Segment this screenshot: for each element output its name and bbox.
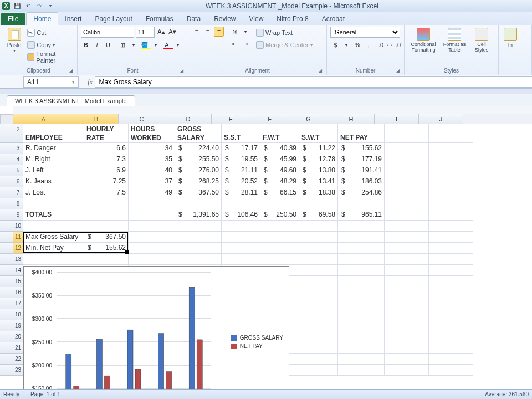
embedded-chart[interactable]: $100.00$150.00$200.00$250.00$300.00$350.… — [23, 266, 289, 399]
border-button[interactable]: ⊞ — [117, 40, 127, 50]
insert-button[interactable]: In — [502, 27, 519, 48]
tab-nitro[interactable]: Nitro Pro 8 — [270, 13, 315, 25]
tab-file[interactable]: File — [1, 13, 25, 25]
col-header-C[interactable]: C — [119, 114, 165, 124]
header-employee[interactable]: EMPLOYEE — [23, 124, 84, 143]
merge-center-button[interactable]: Merge & Center▾ — [256, 39, 313, 51]
row-header-15[interactable]: 15 — [13, 276, 23, 287]
cell-max_val[interactable]: $367.50 — [84, 232, 129, 243]
align-left-icon[interactable]: ≡ — [192, 39, 202, 49]
col-header-A[interactable]: A — [13, 114, 74, 124]
orientation-icon[interactable]: ⤮ — [229, 27, 239, 37]
format-painter-button[interactable]: Format Painter — [27, 51, 74, 63]
spreadsheet-grid[interactable]: ABCDEFGHIJ 23456789101112131415161718192… — [0, 106, 532, 399]
cell-min_label[interactable]: Min. Net Pay — [23, 243, 84, 254]
cut-button[interactable]: ✂Cut — [27, 27, 74, 39]
header-f-w-t[interactable]: F.W.T — [260, 124, 299, 143]
fill-dropdown-icon[interactable]: ▾ — [151, 40, 161, 50]
header-hours-worked[interactable]: HOURSWORKED — [129, 124, 175, 143]
row-header-7[interactable]: 7 — [13, 187, 23, 198]
row-header-3[interactable]: 3 — [13, 143, 23, 154]
row-header-19[interactable]: 19 — [13, 320, 23, 331]
row-header-16[interactable]: 16 — [13, 287, 23, 298]
name-box[interactable]: A11▾ — [23, 76, 79, 88]
cell-min_val[interactable]: $155.62 — [84, 243, 129, 254]
tab-view[interactable]: View — [243, 13, 270, 25]
decrease-decimal-icon[interactable]: ←.0 — [390, 40, 400, 50]
align-right-icon[interactable]: ≡ — [214, 39, 224, 49]
number-format-select[interactable]: General — [330, 27, 400, 38]
font-color-button[interactable]: A — [162, 40, 172, 50]
row-headers[interactable]: 234567891011121314151617181920212223 — [13, 124, 23, 376]
font-name-select[interactable] — [81, 27, 134, 38]
tab-review[interactable]: Review — [207, 13, 242, 25]
percent-format-icon[interactable]: % — [352, 40, 362, 50]
row-header-8[interactable]: 8 — [13, 198, 23, 209]
accounting-format-icon[interactable]: $ — [330, 40, 340, 50]
tab-data[interactable]: Data — [180, 13, 207, 25]
conditional-formatting-button[interactable]: Conditional Formatting — [408, 27, 439, 53]
font-size-select[interactable] — [136, 27, 155, 38]
row-header-20[interactable]: 20 — [13, 331, 23, 342]
row-header-18[interactable]: 18 — [13, 309, 23, 320]
tab-insert[interactable]: Insert — [58, 13, 88, 25]
align-bottom-icon[interactable]: ≡ — [214, 27, 224, 37]
increase-font-icon[interactable]: A▴ — [156, 27, 166, 37]
comma-format-icon[interactable]: , — [364, 40, 374, 50]
row-header-9[interactable]: 9 — [13, 209, 23, 221]
row-header-21[interactable]: 21 — [13, 342, 23, 354]
decrease-font-icon[interactable]: A▾ — [167, 27, 177, 37]
legend-item[interactable]: GROSS SALARY — [231, 335, 283, 341]
row-header-5[interactable]: 5 — [13, 165, 23, 176]
redo-icon[interactable]: ↷ — [35, 2, 43, 10]
col-header-H[interactable]: H — [328, 114, 375, 124]
clipboard-launcher-icon[interactable]: ◢ — [68, 68, 74, 74]
select-all-corner[interactable] — [0, 114, 13, 124]
number-launcher-icon[interactable]: ◢ — [395, 68, 401, 74]
row-header-14[interactable]: 14 — [13, 265, 23, 276]
tab-acrobat[interactable]: Acrobat — [315, 13, 351, 25]
save-icon[interactable]: 💾 — [13, 2, 21, 10]
align-center-icon[interactable]: ≡ — [203, 39, 213, 49]
bold-button[interactable]: B — [81, 40, 91, 50]
font-launcher-icon[interactable]: ◢ — [179, 68, 185, 74]
row-header-6[interactable]: 6 — [13, 176, 23, 187]
row-header-10[interactable]: 10 — [13, 221, 23, 232]
col-header-B[interactable]: B — [74, 114, 119, 124]
cell-max_label[interactable]: Max Gross Salary — [23, 232, 84, 243]
tab-home[interactable]: Home — [26, 12, 58, 25]
col-header-I[interactable]: I — [375, 114, 419, 124]
fontcolor-dropdown-icon[interactable]: ▾ — [173, 40, 183, 50]
column-headers[interactable]: ABCDEFGHIJ — [13, 114, 532, 124]
undo-icon[interactable]: ↶ — [24, 2, 32, 10]
row-header-13[interactable]: 13 — [13, 254, 23, 265]
increase-decimal-icon[interactable]: .0→ — [379, 40, 389, 50]
col-header-E[interactable]: E — [212, 114, 250, 124]
row-header-23[interactable]: 23 — [13, 365, 23, 376]
orientation-dropdown-icon[interactable]: ▾ — [241, 27, 250, 37]
qat-dropdown-icon[interactable]: ▾ — [47, 2, 54, 10]
format-as-table-button[interactable]: Format as Table — [441, 27, 468, 53]
tab-formulas[interactable]: Formulas — [139, 13, 180, 25]
header-s-s-t[interactable]: S.S.T — [222, 124, 260, 143]
formula-input[interactable] — [95, 76, 532, 88]
namebox-dropdown-icon[interactable]: ▾ — [72, 79, 75, 85]
row-header-4[interactable]: 4 — [13, 154, 23, 165]
row-header-12[interactable]: 12 — [13, 243, 23, 254]
align-middle-icon[interactable]: ≡ — [203, 27, 213, 37]
copy-button[interactable]: Copy▾ — [27, 39, 74, 51]
tab-page-layout[interactable]: Page Layout — [88, 13, 139, 25]
col-header-D[interactable]: D — [165, 114, 212, 124]
border-dropdown-icon[interactable]: ▾ — [129, 40, 139, 50]
italic-button[interactable]: I — [92, 40, 102, 50]
decrease-indent-icon[interactable]: ⇤ — [229, 39, 239, 49]
col-header-J[interactable]: J — [419, 114, 463, 124]
legend-item[interactable]: NET PAY — [231, 343, 283, 349]
fill-color-button[interactable]: 🪣 — [140, 40, 150, 50]
header-s-w-t[interactable]: S.W.T — [299, 124, 338, 143]
fx-icon[interactable]: fx — [85, 78, 95, 86]
row-header-2[interactable]: 2 — [13, 124, 23, 143]
row-header-11[interactable]: 11 — [13, 232, 23, 243]
header-net-pay[interactable]: NET PAY — [338, 124, 385, 143]
header-hourly-rate[interactable]: HOURLYRATE — [84, 124, 129, 143]
